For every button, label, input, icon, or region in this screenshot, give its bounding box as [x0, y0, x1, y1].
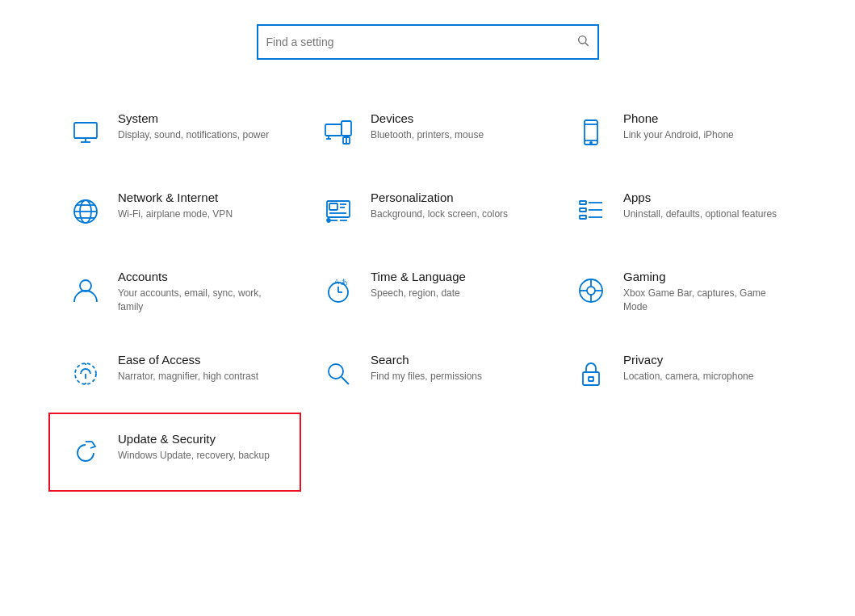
time-icon: A あ — [319, 271, 358, 310]
system-text: System Display, sound, notifications, po… — [118, 111, 269, 142]
gaming-icon — [572, 271, 610, 310]
system-subtitle: Display, sound, notifications, power — [118, 128, 269, 142]
time-title: Time & Language — [371, 270, 466, 283]
svg-line-1 — [585, 43, 589, 46]
accounts-text: Accounts Your accounts, email, sync, wor… — [118, 270, 283, 314]
personalization-icon — [319, 192, 358, 231]
update-icon — [66, 434, 105, 472]
apps-text: Apps Uninstall, defaults, optional featu… — [623, 191, 777, 221]
time-text: Time & Language Speech, region, date — [371, 270, 466, 300]
time-subtitle: Speech, region, date — [371, 287, 466, 300]
search-title: Search — [371, 353, 482, 367]
network-subtitle: Wi-Fi, airplane mode, VPN — [118, 207, 233, 221]
system-icon — [66, 113, 105, 152]
update-subtitle: Windows Update, recovery, backup — [118, 449, 270, 463]
svg-rect-33 — [580, 216, 586, 219]
svg-point-28 — [327, 219, 330, 222]
settings-item-gaming[interactable]: Gaming Xbox Game Bar, captures, Game Mod… — [554, 250, 807, 333]
svg-rect-29 — [580, 201, 586, 204]
settings-item-time[interactable]: A あ Time & Language Speech, region, date — [301, 250, 554, 333]
svg-point-42 — [587, 287, 595, 295]
network-text: Network & Internet Wi-Fi, airplane mode,… — [118, 191, 233, 221]
ease-title: Ease of Access — [118, 353, 258, 367]
apps-subtitle: Uninstall, defaults, optional features — [623, 207, 777, 221]
apps-title: Apps — [623, 191, 777, 204]
settings-item-network[interactable]: Network & Internet Wi-Fi, airplane mode,… — [48, 171, 301, 250]
svg-text:A: A — [334, 278, 339, 286]
svg-point-35 — [80, 280, 91, 291]
svg-rect-6 — [325, 124, 342, 136]
settings-item-personalization[interactable]: Personalization Background, lock screen,… — [301, 171, 554, 250]
svg-line-52 — [342, 377, 349, 384]
svg-rect-7 — [342, 121, 351, 136]
settings-grid: System Display, sound, notifications, po… — [0, 76, 855, 508]
settings-item-apps[interactable]: Apps Uninstall, defaults, optional featu… — [554, 171, 807, 250]
search-bar[interactable] — [257, 24, 599, 60]
system-title: System — [118, 111, 269, 125]
svg-point-0 — [578, 36, 585, 44]
search-subtitle: Find my files, permissions — [371, 370, 482, 383]
ease-text: Ease of Access Narrator, magnifier, high… — [118, 353, 258, 383]
devices-subtitle: Bluetooth, printers, mouse — [371, 128, 484, 142]
network-title: Network & Internet — [118, 191, 233, 204]
settings-item-accounts[interactable]: Accounts Your accounts, email, sync, wor… — [48, 250, 301, 333]
svg-text:あ: あ — [341, 278, 348, 286]
phone-subtitle: Link your Android, iPhone — [623, 128, 734, 142]
privacy-title: Privacy — [623, 353, 753, 367]
privacy-text: Privacy Location, camera, microphone — [623, 353, 753, 383]
settings-item-update[interactable]: Update & Security Windows Update, recove… — [48, 413, 301, 492]
settings-item-ease[interactable]: Ease of Access Narrator, magnifier, high… — [48, 333, 301, 413]
gaming-text: Gaming Xbox Game Bar, captures, Game Mod… — [623, 270, 789, 314]
settings-item-system[interactable]: System Display, sound, notifications, po… — [48, 92, 301, 171]
devices-title: Devices — [371, 111, 484, 125]
svg-rect-2 — [74, 123, 97, 138]
accounts-subtitle: Your accounts, email, sync, work, family — [118, 287, 283, 314]
network-icon — [66, 192, 105, 231]
personalization-subtitle: Background, lock screen, colors — [371, 207, 508, 221]
phone-text: Phone Link your Android, iPhone — [623, 111, 734, 142]
privacy-subtitle: Location, camera, microphone — [623, 370, 753, 383]
svg-point-15 — [590, 142, 592, 144]
svg-rect-31 — [580, 208, 586, 212]
privacy-icon — [572, 354, 610, 393]
accounts-title: Accounts — [118, 270, 283, 283]
svg-point-51 — [329, 364, 343, 379]
settings-item-devices[interactable]: Devices Bluetooth, printers, mouse — [301, 92, 554, 171]
search-input[interactable] — [266, 36, 576, 48]
settings-item-privacy[interactable]: Privacy Location, camera, microphone — [554, 333, 807, 413]
search-text: Search Find my files, permissions — [371, 353, 482, 383]
update-title: Update & Security — [118, 432, 270, 446]
phone-icon — [572, 113, 610, 152]
svg-rect-22 — [329, 203, 337, 210]
gaming-title: Gaming — [623, 270, 789, 283]
search-icon — [576, 34, 589, 50]
accounts-icon — [66, 271, 105, 310]
svg-rect-54 — [589, 377, 593, 381]
personalization-title: Personalization — [371, 191, 508, 204]
apps-icon — [572, 192, 610, 231]
devices-text: Devices Bluetooth, printers, mouse — [371, 111, 484, 142]
gaming-subtitle: Xbox Game Bar, captures, Game Mode — [623, 287, 789, 314]
search-bar-container — [0, 0, 855, 76]
ease-icon — [66, 354, 105, 393]
phone-title: Phone — [623, 111, 734, 125]
update-text: Update & Security Windows Update, recove… — [118, 432, 270, 463]
ease-subtitle: Narrator, magnifier, high contrast — [118, 370, 258, 383]
settings-item-phone[interactable]: Phone Link your Android, iPhone — [554, 92, 807, 171]
svg-rect-53 — [583, 372, 599, 385]
personalization-text: Personalization Background, lock screen,… — [371, 191, 508, 221]
settings-item-search[interactable]: Search Find my files, permissions — [301, 333, 554, 413]
devices-icon — [319, 113, 358, 152]
search-icon — [319, 354, 358, 393]
